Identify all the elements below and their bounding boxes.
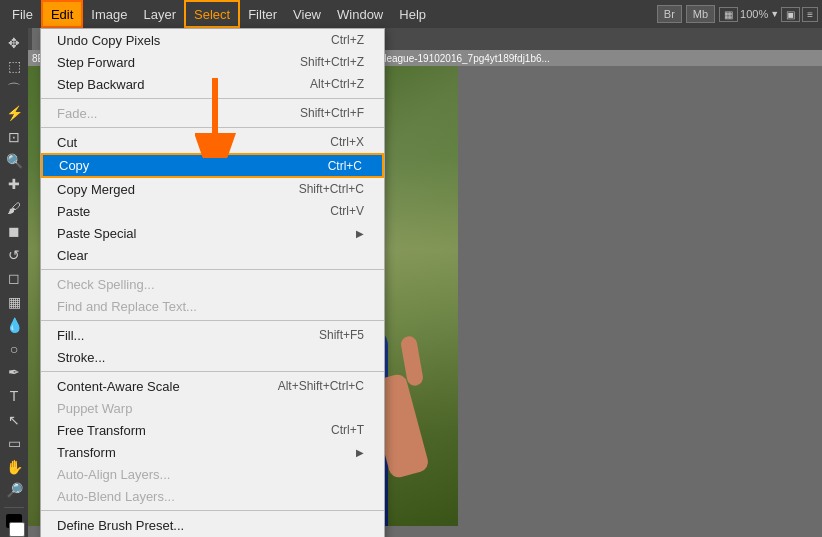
pen-tool[interactable]: ✒ <box>2 362 26 384</box>
eyedropper-tool[interactable]: 🔍 <box>2 150 26 172</box>
menu-image[interactable]: Image <box>83 0 135 28</box>
menu-fade[interactable]: Fade... Shift+Ctrl+F <box>41 102 384 124</box>
shape-tool[interactable]: ▭ <box>2 432 26 454</box>
zoom-tool[interactable]: 🔎 <box>2 479 26 501</box>
type-tool[interactable]: T <box>2 385 26 407</box>
menu-fill[interactable]: Fill... Shift+F5 <box>41 324 384 346</box>
menu-shortcut: Shift+Ctrl+F <box>300 106 364 120</box>
mini-bridge-badge[interactable]: Mb <box>686 5 715 23</box>
zoom-dropdown-icon[interactable]: ▼ <box>770 9 779 19</box>
menu-label: Transform <box>57 445 116 460</box>
separator-2 <box>41 127 384 128</box>
menu-clear[interactable]: Clear <box>41 244 384 266</box>
separator-4 <box>41 320 384 321</box>
menu-cut[interactable]: Cut Ctrl+X <box>41 131 384 153</box>
menu-transform[interactable]: Transform ▶ <box>41 441 384 463</box>
menu-paste[interactable]: Paste Ctrl+V <box>41 200 384 222</box>
menu-view[interactable]: View <box>285 0 329 28</box>
menu-window[interactable]: Window <box>329 0 391 28</box>
menu-label: Copy Merged <box>57 182 135 197</box>
lasso-tool[interactable]: ⌒ <box>2 79 26 101</box>
menu-label: Define Brush Preset... <box>57 518 184 533</box>
hand-tool[interactable]: ✋ <box>2 456 26 478</box>
separator-1 <box>41 98 384 99</box>
menu-label: Content-Aware Scale <box>57 379 180 394</box>
menu-shortcut: Ctrl+Z <box>331 33 364 47</box>
menu-shortcut: Shift+F5 <box>319 328 364 342</box>
view-icon[interactable]: ▣ <box>781 7 800 22</box>
background-color[interactable] <box>9 522 25 537</box>
menu-label: Clear <box>57 248 88 263</box>
toolbar-left: ✥ ⬚ ⌒ ⚡ ⊡ 🔍 ✚ 🖌 ◼ ↺ ◻ ▦ 💧 ○ ✒ T ↖ ▭ ✋ 🔎 <box>0 28 28 537</box>
eraser-tool[interactable]: ◻ <box>2 267 26 289</box>
healing-tool[interactable]: ✚ <box>2 173 26 195</box>
menu-label: Fill... <box>57 328 84 343</box>
menu-shortcut: Shift+Ctrl+C <box>299 182 364 196</box>
menu-shortcut: Ctrl+V <box>330 204 364 218</box>
menu-label: Paste <box>57 204 90 219</box>
menu-label: Auto-Align Layers... <box>57 467 170 482</box>
menu-shortcut: Ctrl+C <box>328 159 362 173</box>
menu-define-brush[interactable]: Define Brush Preset... <box>41 514 384 536</box>
menu-edit[interactable]: Edit <box>41 0 83 28</box>
zoom-level: 100% <box>740 8 768 20</box>
crop-tool[interactable]: ⊡ <box>2 126 26 148</box>
menu-shortcut: Ctrl+X <box>330 135 364 149</box>
menu-label: Cut <box>57 135 77 150</box>
blur-tool[interactable]: 💧 <box>2 315 26 337</box>
image-controls: ▦ 100% ▼ ▣ ≡ <box>719 7 818 22</box>
menu-label: Step Forward <box>57 55 135 70</box>
edit-dropdown: Undo Copy Pixels Ctrl+Z Step Forward Shi… <box>40 28 385 537</box>
menu-step-backward[interactable]: Step Backward Alt+Ctrl+Z <box>41 73 384 95</box>
menu-stroke[interactable]: Stroke... <box>41 346 384 368</box>
menu-shortcut: Ctrl+T <box>331 423 364 437</box>
menu-content-aware-scale[interactable]: Content-Aware Scale Alt+Shift+Ctrl+C <box>41 375 384 397</box>
menu-layer[interactable]: Layer <box>136 0 185 28</box>
menu-label: Undo Copy Pixels <box>57 33 160 48</box>
dodge-tool[interactable]: ○ <box>2 338 26 360</box>
menu-copy[interactable]: Copy Ctrl+C <box>41 153 384 178</box>
extras-icon[interactable]: ≡ <box>802 7 818 22</box>
menu-label: Puppet Warp <box>57 401 132 416</box>
separator-5 <box>41 371 384 372</box>
menu-check-spelling[interactable]: Check Spelling... <box>41 273 384 295</box>
menu-find-replace[interactable]: Find and Replace Text... <box>41 295 384 317</box>
path-selection-tool[interactable]: ↖ <box>2 409 26 431</box>
menu-help[interactable]: Help <box>391 0 434 28</box>
menu-label: Check Spelling... <box>57 277 155 292</box>
menu-shortcut: Alt+Shift+Ctrl+C <box>278 379 364 393</box>
history-tool[interactable]: ↺ <box>2 244 26 266</box>
menu-auto-align[interactable]: Auto-Align Layers... <box>41 463 384 485</box>
menu-step-forward[interactable]: Step Forward Shift+Ctrl+Z <box>41 51 384 73</box>
menu-puppet-warp[interactable]: Puppet Warp <box>41 397 384 419</box>
separator-6 <box>41 510 384 511</box>
submenu-arrow: ▶ <box>356 228 364 239</box>
menu-label: Paste Special <box>57 226 137 241</box>
menu-shortcut: Shift+Ctrl+Z <box>300 55 364 69</box>
menubar-right: Br Mb ▦ 100% ▼ ▣ ≡ <box>657 5 818 23</box>
move-tool[interactable]: ✥ <box>2 32 26 54</box>
gradient-tool[interactable]: ▦ <box>2 291 26 313</box>
marquee-tool[interactable]: ⬚ <box>2 56 26 78</box>
separator-3 <box>41 269 384 270</box>
menu-label: Find and Replace Text... <box>57 299 197 314</box>
menu-filter[interactable]: Filter <box>240 0 285 28</box>
menu-label: Free Transform <box>57 423 146 438</box>
menu-select[interactable]: Select <box>184 0 240 28</box>
submenu-arrow: ▶ <box>356 447 364 458</box>
menu-paste-special[interactable]: Paste Special ▶ <box>41 222 384 244</box>
menu-free-transform[interactable]: Free Transform Ctrl+T <box>41 419 384 441</box>
menu-label: Step Backward <box>57 77 144 92</box>
menu-label: Stroke... <box>57 350 105 365</box>
bridge-badge[interactable]: Br <box>657 5 682 23</box>
menu-shortcut: Alt+Ctrl+Z <box>310 77 364 91</box>
menu-label: Auto-Blend Layers... <box>57 489 175 504</box>
layout-icon[interactable]: ▦ <box>719 7 738 22</box>
menu-copy-merged[interactable]: Copy Merged Shift+Ctrl+C <box>41 178 384 200</box>
menu-undo-copy-pixels[interactable]: Undo Copy Pixels Ctrl+Z <box>41 29 384 51</box>
menu-auto-blend[interactable]: Auto-Blend Layers... <box>41 485 384 507</box>
magic-wand-tool[interactable]: ⚡ <box>2 103 26 125</box>
brush-tool[interactable]: 🖌 <box>2 197 26 219</box>
menu-file[interactable]: File <box>4 0 41 28</box>
stamp-tool[interactable]: ◼ <box>2 220 26 242</box>
